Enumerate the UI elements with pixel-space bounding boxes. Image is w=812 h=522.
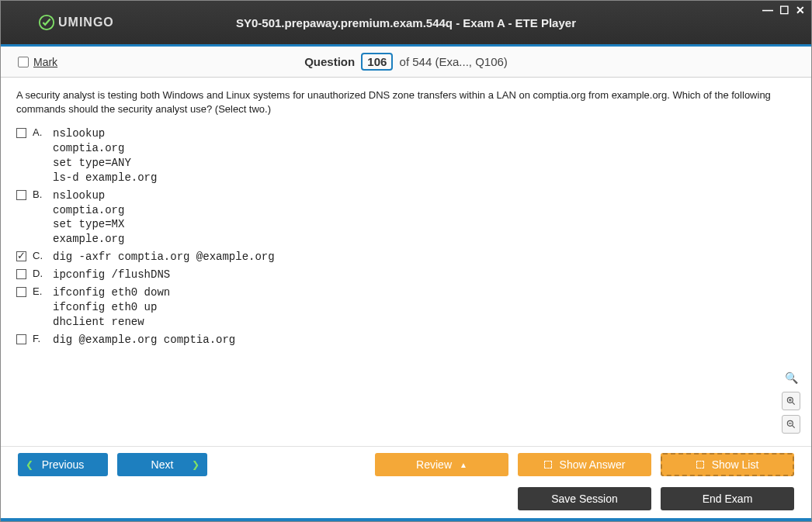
question-text: A security analyst is testing both Windo…	[16, 88, 796, 116]
answer-body: nslookup comptia.org set type=ANY ls-d e…	[53, 126, 157, 185]
answer-body: dig @example.org comptia.org	[53, 333, 235, 347]
end-exam-label: End Exam	[703, 493, 753, 505]
show-list-button[interactable]: Show List	[661, 453, 794, 476]
mark-label: Mark	[33, 56, 57, 68]
next-label: Next	[151, 458, 174, 471]
answer-row[interactable]: B.nslookup comptia.org set type=MX examp…	[16, 188, 796, 247]
previous-label: Previous	[42, 458, 84, 471]
show-list-label: Show List	[712, 458, 759, 471]
answer-checkbox[interactable]	[16, 190, 26, 200]
square-icon	[544, 461, 552, 468]
question-word: Question	[304, 55, 355, 68]
minimize-icon[interactable]: —	[762, 4, 773, 16]
answer-letter: B.	[33, 188, 47, 200]
answer-body: ipconfig /flushDNS	[53, 268, 170, 282]
square-icon	[696, 461, 704, 468]
answer-letter: C.	[33, 250, 47, 261]
answer-checkbox[interactable]	[16, 269, 26, 279]
show-answer-button[interactable]: Show Answer	[518, 453, 651, 476]
brand-text: UMINGO	[58, 16, 114, 29]
review-button[interactable]: Review ▲	[375, 453, 508, 476]
chevron-left-icon: ❮	[26, 459, 33, 470]
zoom-out-icon[interactable]	[782, 415, 800, 434]
answer-row[interactable]: E.ifconfig eth0 down ifconfig eth0 up dh…	[16, 285, 796, 330]
answer-checkbox[interactable]	[16, 334, 26, 344]
close-icon[interactable]: ✕	[796, 4, 805, 16]
next-button[interactable]: Next ❯	[117, 453, 207, 476]
action-row-1: ❮ Previous Next ❯ Review ▲ Show Answer S…	[1, 446, 811, 482]
answer-row[interactable]: F.dig @example.org comptia.org	[16, 333, 796, 347]
review-label: Review	[416, 458, 452, 471]
app-logo: UMINGO	[38, 14, 114, 31]
answer-row[interactable]: D.ipconfig /flushDNS	[16, 268, 796, 282]
content-area: A security analyst is testing both Windo…	[1, 78, 811, 446]
maximize-icon[interactable]: ☐	[779, 4, 789, 16]
search-icon[interactable]: 🔍	[782, 368, 800, 387]
answer-body: dig -axfr comptia.org @example.org	[53, 250, 275, 264]
previous-button[interactable]: ❮ Previous	[18, 453, 108, 476]
info-bar: Mark Question 106 of 544 (Exa..., Q106)	[1, 47, 811, 78]
window-title: SY0-501.prepaway.premium.exam.544q - Exa…	[1, 16, 811, 29]
action-row-2: Save Session End Exam	[1, 482, 811, 518]
answers-list: A.nslookup comptia.org set type=ANY ls-d…	[16, 126, 796, 347]
save-session-button[interactable]: Save Session	[518, 487, 651, 510]
titlebar: UMINGO SY0-501.prepaway.premium.exam.544…	[1, 1, 811, 44]
mark-checkbox[interactable]	[18, 57, 29, 67]
chevron-right-icon: ❯	[192, 459, 200, 470]
svg-line-2	[792, 402, 795, 405]
end-exam-button[interactable]: End Exam	[661, 487, 794, 510]
mark-control[interactable]: Mark	[18, 56, 57, 68]
svg-line-6	[792, 425, 795, 428]
save-session-label: Save Session	[551, 493, 618, 505]
answer-letter: F.	[33, 333, 47, 344]
question-position: Question 106 of 544 (Exa..., Q106)	[1, 53, 811, 71]
bottom-separator	[1, 518, 811, 521]
zoom-in-icon[interactable]	[782, 392, 800, 410]
triangle-up-icon: ▲	[460, 461, 467, 469]
total-questions: 544	[412, 55, 432, 68]
answer-row[interactable]: A.nslookup comptia.org set type=ANY ls-d…	[16, 126, 796, 185]
question-number-box[interactable]: 106	[361, 53, 393, 71]
question-context: (Exa..., Q106)	[435, 55, 507, 68]
show-answer-label: Show Answer	[560, 458, 626, 471]
answer-body: nslookup comptia.org set type=MX example…	[53, 188, 124, 247]
of-word: of	[400, 55, 410, 68]
logo-checkmark-icon	[38, 14, 55, 31]
answer-row[interactable]: C.dig -axfr comptia.org @example.org	[16, 250, 796, 264]
answer-letter: D.	[33, 268, 47, 279]
window-controls: — ☐ ✕	[762, 4, 805, 16]
answer-checkbox[interactable]	[16, 287, 26, 297]
answer-letter: E.	[33, 285, 47, 297]
answer-letter: A.	[33, 126, 47, 138]
answer-checkbox[interactable]	[16, 251, 26, 261]
zoom-tools: 🔍	[782, 368, 800, 434]
answer-checkbox[interactable]	[16, 128, 26, 138]
answer-body: ifconfig eth0 down ifconfig eth0 up dhcl…	[53, 285, 170, 330]
